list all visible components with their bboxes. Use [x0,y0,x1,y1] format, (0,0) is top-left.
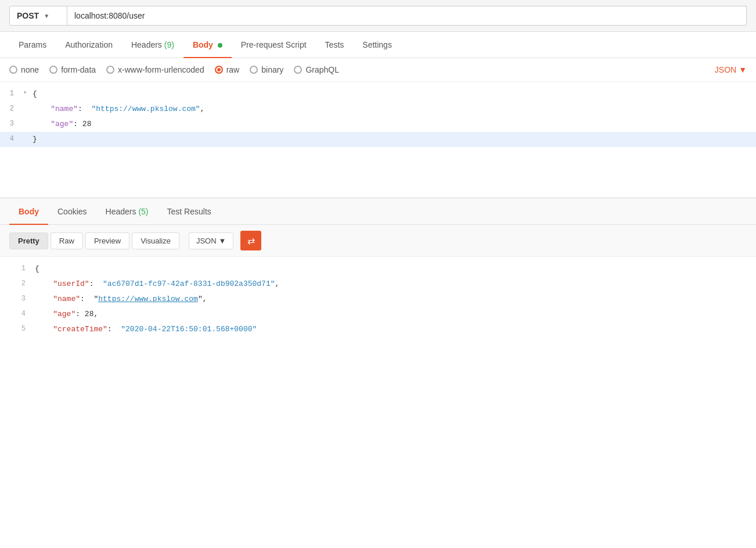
req-line-2: 2 "name": "https://www.pkslow.com", [0,102,756,117]
tab-pre-request[interactable]: Pre-request Script [232,32,316,58]
tab-headers[interactable]: Headers (9) [122,32,183,58]
response-toolbar: Pretty Raw Preview Visualize JSON ▼ ⇄ [0,225,756,257]
method-select[interactable]: POST ▼ [9,6,67,26]
radio-urlencoded-circle [106,66,114,74]
radio-graphql-circle [294,66,302,74]
body-dot [218,43,222,48]
url-input[interactable] [67,6,747,26]
radio-none-circle [9,66,17,74]
radio-binary[interactable]: binary [250,65,283,74]
resp-tab-test-results[interactable]: Test Results [158,199,221,224]
resp-tab-body[interactable]: Body [9,199,48,224]
req-line-4: 4 } [0,132,756,147]
resp-line-5: 5 "createTime": "2020-04-22T16:50:01.568… [0,322,756,337]
resp-line-1: 1 { [0,262,756,277]
json-format-dropdown[interactable]: JSON ▼ [715,65,747,74]
tab-params[interactable]: Params [9,32,56,58]
radio-raw-circle [215,66,223,74]
resp-tab-cookies[interactable]: Cookies [48,199,96,224]
response-section: Body Cookies Headers (5) Test Results Pr… [0,198,756,342]
resp-headers-badge: (5) [138,207,148,216]
radio-form-data[interactable]: form-data [49,65,96,74]
radio-graphql[interactable]: GraphQL [294,65,339,74]
radio-binary-circle [250,66,258,74]
headers-badge: (9) [164,40,174,49]
url-bar: POST ▼ [0,0,756,32]
tab-tests[interactable]: Tests [316,32,354,58]
preview-button[interactable]: Preview [85,232,129,249]
wrap-button[interactable]: ⇄ [240,231,261,250]
tab-authorization[interactable]: Authorization [56,32,122,58]
req-line-1: 1 ▾ { [0,87,756,102]
pretty-button[interactable]: Pretty [9,232,48,249]
visualize-button[interactable]: Visualize [132,232,179,249]
response-tabs: Body Cookies Headers (5) Test Results [0,199,756,225]
tab-settings[interactable]: Settings [353,32,401,58]
resp-tab-headers[interactable]: Headers (5) [96,199,158,224]
radio-form-data-circle [49,66,57,74]
radio-none[interactable]: none [9,65,39,74]
req-line-3: 3 "age": 28 [0,117,756,132]
request-body-editor[interactable]: 1 ▾ { 2 "name": "https://www.pkslow.com"… [0,81,756,198]
body-type-bar: none form-data x-www-form-urlencoded raw… [0,58,756,81]
resp-json-dropdown[interactable]: JSON ▼ [189,232,234,249]
response-body-code: 1 { 2 "userId": "ac6707d1-fc97-42af-8331… [0,257,756,342]
request-tabs: Params Authorization Headers (9) Body Pr… [0,32,756,58]
radio-urlencoded[interactable]: x-www-form-urlencoded [106,65,204,74]
radio-raw[interactable]: raw [215,65,240,74]
resp-line-4: 4 "age": 28, [0,307,756,322]
resp-line-3: 3 "name": "https://www.pkslow.com", [0,292,756,307]
tab-body[interactable]: Body [183,32,232,58]
raw-button[interactable]: Raw [51,232,83,249]
resp-line-2: 2 "userId": "ac6707d1-fc97-42af-8331-db9… [0,277,756,292]
method-chevron: ▼ [44,13,49,19]
method-label: POST [17,11,39,20]
